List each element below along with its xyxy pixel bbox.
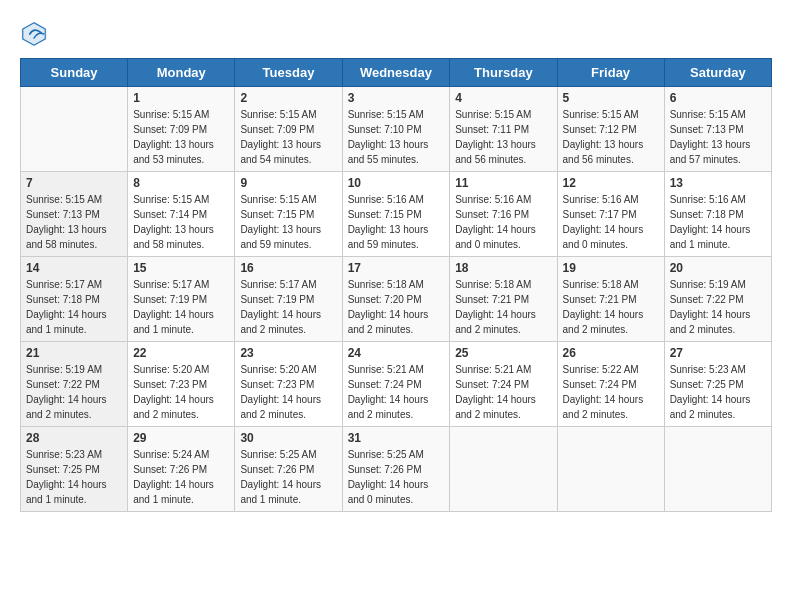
daylight: Daylight: 13 hours and 53 minutes.: [133, 139, 214, 165]
sunrise: Sunrise: 5:18 AM: [563, 279, 639, 290]
sunset: Sunset: 7:25 PM: [26, 464, 100, 475]
day-info: Sunrise: 5:18 AM Sunset: 7:21 PM Dayligh…: [455, 277, 551, 337]
sunset: Sunset: 7:09 PM: [133, 124, 207, 135]
calendar-cell: 26 Sunrise: 5:22 AM Sunset: 7:24 PM Dayl…: [557, 342, 664, 427]
daylight: Daylight: 14 hours and 1 minute.: [240, 479, 321, 505]
sunrise: Sunrise: 5:16 AM: [563, 194, 639, 205]
sunset: Sunset: 7:24 PM: [348, 379, 422, 390]
week-row-2: 7 Sunrise: 5:15 AM Sunset: 7:13 PM Dayli…: [21, 172, 772, 257]
sunrise: Sunrise: 5:15 AM: [563, 109, 639, 120]
day-info: Sunrise: 5:25 AM Sunset: 7:26 PM Dayligh…: [348, 447, 445, 507]
day-info: Sunrise: 5:20 AM Sunset: 7:23 PM Dayligh…: [240, 362, 336, 422]
day-number: 18: [455, 261, 551, 275]
day-info: Sunrise: 5:15 AM Sunset: 7:11 PM Dayligh…: [455, 107, 551, 167]
daylight: Daylight: 13 hours and 55 minutes.: [348, 139, 429, 165]
sunset: Sunset: 7:15 PM: [240, 209, 314, 220]
day-number: 19: [563, 261, 659, 275]
day-of-week-wednesday: Wednesday: [342, 59, 450, 87]
day-info: Sunrise: 5:16 AM Sunset: 7:18 PM Dayligh…: [670, 192, 766, 252]
sunrise: Sunrise: 5:15 AM: [240, 194, 316, 205]
day-number: 10: [348, 176, 445, 190]
sunrise: Sunrise: 5:20 AM: [240, 364, 316, 375]
daylight: Daylight: 14 hours and 2 minutes.: [670, 309, 751, 335]
sunrise: Sunrise: 5:17 AM: [26, 279, 102, 290]
calendar-cell: 30 Sunrise: 5:25 AM Sunset: 7:26 PM Dayl…: [235, 427, 342, 512]
day-of-week-tuesday: Tuesday: [235, 59, 342, 87]
calendar-cell: 15 Sunrise: 5:17 AM Sunset: 7:19 PM Dayl…: [128, 257, 235, 342]
daylight: Daylight: 14 hours and 2 minutes.: [455, 309, 536, 335]
day-info: Sunrise: 5:25 AM Sunset: 7:26 PM Dayligh…: [240, 447, 336, 507]
day-info: Sunrise: 5:15 AM Sunset: 7:15 PM Dayligh…: [240, 192, 336, 252]
calendar-cell: 1 Sunrise: 5:15 AM Sunset: 7:09 PM Dayli…: [128, 87, 235, 172]
day-number: 8: [133, 176, 229, 190]
calendar-cell: 11 Sunrise: 5:16 AM Sunset: 7:16 PM Dayl…: [450, 172, 557, 257]
sunrise: Sunrise: 5:23 AM: [670, 364, 746, 375]
daylight: Daylight: 14 hours and 1 minute.: [133, 309, 214, 335]
sunrise: Sunrise: 5:16 AM: [455, 194, 531, 205]
day-number: 1: [133, 91, 229, 105]
daylight: Daylight: 13 hours and 58 minutes.: [133, 224, 214, 250]
calendar-cell: 22 Sunrise: 5:20 AM Sunset: 7:23 PM Dayl…: [128, 342, 235, 427]
daylight: Daylight: 14 hours and 2 minutes.: [133, 394, 214, 420]
header-row: SundayMondayTuesdayWednesdayThursdayFrid…: [21, 59, 772, 87]
daylight: Daylight: 14 hours and 2 minutes.: [670, 394, 751, 420]
day-number: 7: [26, 176, 122, 190]
calendar-cell: 24 Sunrise: 5:21 AM Sunset: 7:24 PM Dayl…: [342, 342, 450, 427]
daylight: Daylight: 14 hours and 2 minutes.: [240, 309, 321, 335]
sunset: Sunset: 7:14 PM: [133, 209, 207, 220]
daylight: Daylight: 14 hours and 0 minutes.: [563, 224, 644, 250]
day-number: 17: [348, 261, 445, 275]
daylight: Daylight: 14 hours and 2 minutes.: [563, 309, 644, 335]
sunset: Sunset: 7:17 PM: [563, 209, 637, 220]
daylight: Daylight: 14 hours and 2 minutes.: [26, 394, 107, 420]
sunrise: Sunrise: 5:18 AM: [348, 279, 424, 290]
daylight: Daylight: 13 hours and 56 minutes.: [563, 139, 644, 165]
day-of-week-monday: Monday: [128, 59, 235, 87]
sunset: Sunset: 7:24 PM: [563, 379, 637, 390]
day-number: 15: [133, 261, 229, 275]
calendar-cell: 2 Sunrise: 5:15 AM Sunset: 7:09 PM Dayli…: [235, 87, 342, 172]
day-info: Sunrise: 5:15 AM Sunset: 7:09 PM Dayligh…: [133, 107, 229, 167]
sunset: Sunset: 7:22 PM: [670, 294, 744, 305]
sunset: Sunset: 7:23 PM: [133, 379, 207, 390]
day-info: Sunrise: 5:15 AM Sunset: 7:13 PM Dayligh…: [670, 107, 766, 167]
calendar-cell: 19 Sunrise: 5:18 AM Sunset: 7:21 PM Dayl…: [557, 257, 664, 342]
sunrise: Sunrise: 5:20 AM: [133, 364, 209, 375]
sunset: Sunset: 7:22 PM: [26, 379, 100, 390]
daylight: Daylight: 14 hours and 2 minutes.: [240, 394, 321, 420]
sunset: Sunset: 7:10 PM: [348, 124, 422, 135]
sunset: Sunset: 7:25 PM: [670, 379, 744, 390]
day-of-week-thursday: Thursday: [450, 59, 557, 87]
sunset: Sunset: 7:26 PM: [240, 464, 314, 475]
day-number: 22: [133, 346, 229, 360]
day-number: 12: [563, 176, 659, 190]
day-info: Sunrise: 5:24 AM Sunset: 7:26 PM Dayligh…: [133, 447, 229, 507]
day-info: Sunrise: 5:17 AM Sunset: 7:18 PM Dayligh…: [26, 277, 122, 337]
calendar-cell: 5 Sunrise: 5:15 AM Sunset: 7:12 PM Dayli…: [557, 87, 664, 172]
sunset: Sunset: 7:19 PM: [133, 294, 207, 305]
day-info: Sunrise: 5:16 AM Sunset: 7:17 PM Dayligh…: [563, 192, 659, 252]
day-number: 9: [240, 176, 336, 190]
sunset: Sunset: 7:18 PM: [26, 294, 100, 305]
day-number: 21: [26, 346, 122, 360]
calendar-cell: [664, 427, 771, 512]
daylight: Daylight: 14 hours and 2 minutes.: [563, 394, 644, 420]
day-number: 28: [26, 431, 122, 445]
daylight: Daylight: 14 hours and 1 minute.: [26, 309, 107, 335]
day-info: Sunrise: 5:15 AM Sunset: 7:09 PM Dayligh…: [240, 107, 336, 167]
sunrise: Sunrise: 5:17 AM: [240, 279, 316, 290]
day-info: Sunrise: 5:15 AM Sunset: 7:12 PM Dayligh…: [563, 107, 659, 167]
day-info: Sunrise: 5:19 AM Sunset: 7:22 PM Dayligh…: [26, 362, 122, 422]
sunset: Sunset: 7:15 PM: [348, 209, 422, 220]
day-number: 13: [670, 176, 766, 190]
day-number: 29: [133, 431, 229, 445]
daylight: Daylight: 13 hours and 59 minutes.: [348, 224, 429, 250]
day-info: Sunrise: 5:15 AM Sunset: 7:10 PM Dayligh…: [348, 107, 445, 167]
day-info: Sunrise: 5:15 AM Sunset: 7:13 PM Dayligh…: [26, 192, 122, 252]
sunset: Sunset: 7:18 PM: [670, 209, 744, 220]
daylight: Daylight: 13 hours and 54 minutes.: [240, 139, 321, 165]
calendar-cell: 14 Sunrise: 5:17 AM Sunset: 7:18 PM Dayl…: [21, 257, 128, 342]
sunrise: Sunrise: 5:25 AM: [348, 449, 424, 460]
sunrise: Sunrise: 5:21 AM: [348, 364, 424, 375]
daylight: Daylight: 13 hours and 59 minutes.: [240, 224, 321, 250]
